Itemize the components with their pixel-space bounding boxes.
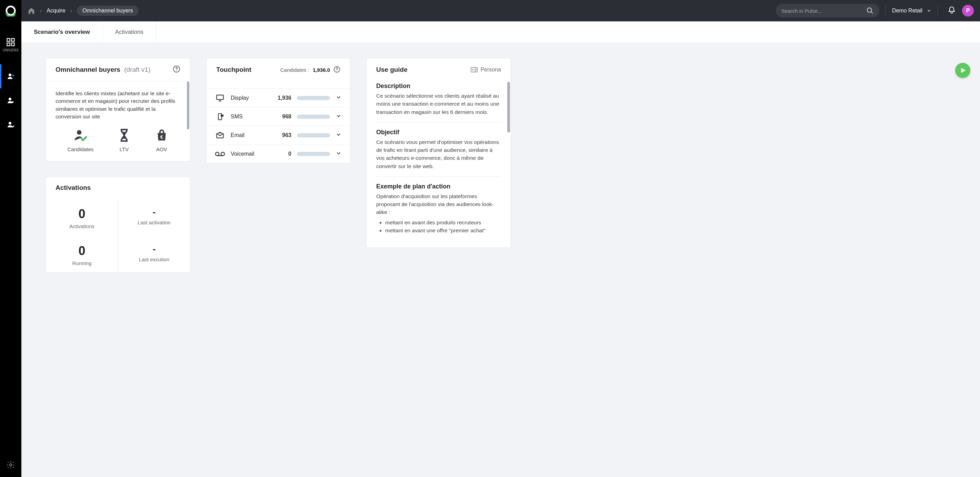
- svg-rect-2: [11, 38, 14, 41]
- play-button[interactable]: [955, 63, 970, 78]
- home-icon[interactable]: [28, 7, 35, 14]
- section-body: Ce scénario sélectionne vos clients ayan…: [376, 92, 501, 116]
- persona-label: Persona: [480, 67, 501, 73]
- scenario-draft-tag: (draft v1): [124, 66, 150, 73]
- touchpoint-card: Touchpoint Candidates : 1,936.0 Display: [206, 58, 350, 163]
- candidates-label: Candidates :: [280, 67, 309, 73]
- notifications-button[interactable]: [948, 6, 956, 16]
- tab-activations[interactable]: Activations: [103, 21, 156, 43]
- svg-rect-1: [7, 38, 10, 41]
- search-icon: [866, 7, 874, 14]
- search-input[interactable]: [781, 8, 866, 14]
- svg-point-0: [6, 6, 15, 15]
- breadcrumb-link-acquire[interactable]: Acquire: [46, 8, 65, 14]
- touchpoint-value: 968: [271, 113, 291, 120]
- svg-rect-17: [221, 115, 223, 116]
- svg-point-16: [220, 118, 220, 119]
- tab-scenario-overview[interactable]: Scenario's overview: [21, 21, 103, 43]
- touchpoint-row-email[interactable]: Email 963: [207, 126, 350, 145]
- touchpoint-row-display[interactable]: Display 1,936: [207, 88, 350, 107]
- divider: [886, 5, 886, 16]
- org-selector[interactable]: Demo Retail: [892, 8, 931, 14]
- user-heart-icon: [6, 96, 15, 105]
- sidebar-item-label: UNIVERS: [3, 48, 19, 52]
- touchpoint-bar: [297, 115, 330, 119]
- list-item: mettant en avant une offre "premier acha…: [385, 227, 501, 235]
- scrollbar[interactable]: [507, 82, 510, 132]
- use-guide-card: Use guide Persona Description Ce scénari…: [366, 58, 511, 248]
- play-icon: [959, 67, 967, 74]
- touchpoint-name: Voicemail: [231, 151, 265, 157]
- svg-rect-3: [7, 43, 10, 46]
- persona-button[interactable]: Persona: [471, 67, 501, 73]
- user-plus-icon: [6, 72, 15, 80]
- topbar: › Acquire › Omnichannel buyers Demo Reta…: [21, 0, 980, 21]
- chevron-down-icon: [336, 131, 342, 139]
- touchpoint-row-sms[interactable]: SMS 968: [207, 107, 350, 126]
- last-activation-label: Last activation: [122, 220, 186, 225]
- touchpoint-rows: Display 1,936 SMS 968: [207, 88, 350, 163]
- scenario-title: Omnichannel buyers (draft v1): [56, 66, 150, 73]
- chevron-down-icon: [336, 113, 342, 120]
- touchpoint-title: Touchpoint: [216, 66, 251, 73]
- breadcrumb-current: Omnichannel buyers: [77, 6, 138, 16]
- sidebar-item-check-user[interactable]: [0, 113, 21, 137]
- search-box[interactable]: [776, 4, 879, 18]
- help-button[interactable]: [333, 66, 340, 74]
- svg-point-19: [221, 152, 224, 156]
- activations-count: 0: [49, 207, 115, 221]
- chevron-down-icon: [336, 150, 342, 158]
- persona-icon: [471, 67, 477, 72]
- main-content: Omnichannel buyers (draft v1) Identifie …: [21, 43, 980, 477]
- scrollbar[interactable]: [186, 81, 190, 161]
- section-heading: Objectif: [376, 129, 501, 136]
- metric-aov: € AOV: [155, 128, 169, 152]
- email-icon: [215, 131, 225, 140]
- touchpoint-bar: [297, 133, 330, 137]
- svg-point-7: [9, 122, 11, 124]
- avatar-initial: P: [966, 8, 970, 14]
- svg-rect-4: [11, 43, 14, 46]
- help-icon: [173, 65, 180, 73]
- metric-label: Candidates: [67, 146, 94, 152]
- voicemail-icon: [215, 150, 225, 158]
- touchpoint-name: SMS: [231, 113, 265, 120]
- touchpoint-bar: [297, 96, 330, 100]
- section-heading: Exemple de plan d'action: [376, 183, 501, 190]
- sidebar-item-favorite-user[interactable]: [0, 88, 21, 113]
- sidebar-item-univers[interactable]: UNIVERS: [0, 32, 21, 57]
- svg-text:€: €: [160, 134, 163, 140]
- last-execution-label: Last excution: [122, 257, 186, 262]
- section-body: Ce scénario vous permet d'optimiser vos …: [376, 138, 501, 170]
- scenario-card: Omnichannel buyers (draft v1) Identifie …: [46, 58, 190, 161]
- tabs: Scenario's overview Activations: [21, 21, 980, 43]
- sidebar-settings[interactable]: [6, 460, 15, 471]
- candidates-value: 1,936.0: [313, 67, 330, 73]
- metric-ltv: LTV: [117, 128, 131, 152]
- metric-label: AOV: [156, 146, 167, 152]
- chevron-down-icon: [336, 94, 342, 102]
- last-execution-value: -: [122, 244, 186, 254]
- touchpoint-value: 963: [271, 132, 291, 139]
- chevron-down-icon: [927, 8, 931, 13]
- svg-point-5: [9, 73, 11, 76]
- touchpoint-name: Email: [231, 132, 265, 139]
- avatar[interactable]: P: [962, 5, 974, 17]
- scenario-description: Identifie les clients mixtes (achetant s…: [56, 88, 180, 121]
- svg-rect-20: [471, 67, 477, 72]
- touchpoint-row-voicemail[interactable]: Voicemail 0: [207, 145, 350, 163]
- help-button[interactable]: [173, 65, 180, 74]
- user-check-icon: [73, 128, 87, 142]
- shopping-bag-euro-icon: €: [155, 128, 169, 142]
- touchpoint-bar: [297, 152, 330, 156]
- activations-count-label: Activations: [49, 223, 115, 229]
- use-guide-section-description: Description Ce scénario sélectionne vos …: [376, 83, 501, 123]
- use-guide-title: Use guide: [376, 66, 407, 73]
- help-icon: [333, 66, 340, 73]
- sidebar-item-add-user[interactable]: [0, 64, 21, 88]
- svg-rect-14: [216, 95, 223, 99]
- section-heading: Description: [376, 83, 501, 90]
- use-guide-section-objectif: Objectif Ce scénario vous permet d'optim…: [376, 129, 501, 177]
- touchpoint-value: 0: [271, 151, 291, 157]
- hourglass-icon: [117, 128, 131, 142]
